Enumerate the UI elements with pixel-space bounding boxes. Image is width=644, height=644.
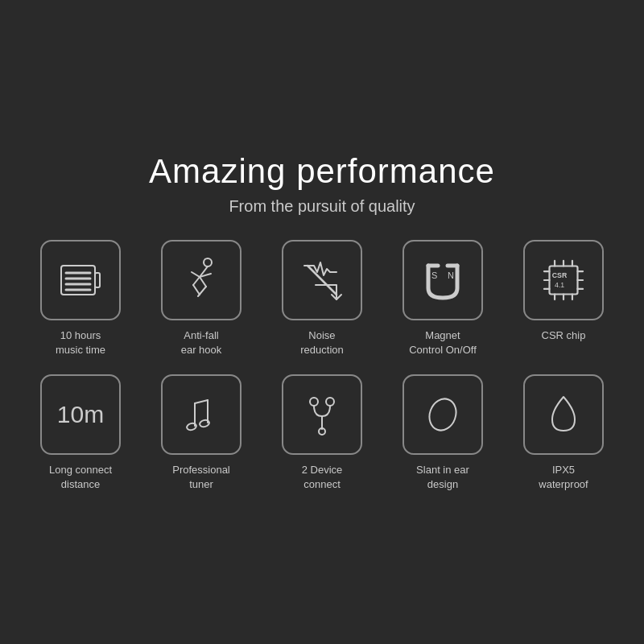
feature-2device: 2 Deviceconnect bbox=[270, 374, 374, 492]
svg-line-8 bbox=[192, 272, 200, 277]
waterproof-label: IPX5waterproof bbox=[539, 463, 588, 492]
csr-label: CSR chip bbox=[542, 328, 586, 343]
distance-icon-box: 10m bbox=[40, 374, 121, 455]
svg-point-43 bbox=[425, 394, 460, 434]
svg-text:4.1: 4.1 bbox=[555, 281, 564, 289]
csr-chip-icon: CSR 4.1 bbox=[535, 252, 592, 308]
main-title: Amazing performance bbox=[149, 152, 495, 191]
feature-battery: 10 hoursmusic time bbox=[28, 240, 133, 357]
battery-icon bbox=[55, 254, 106, 306]
svg-line-36 bbox=[195, 400, 208, 403]
feature-csr: CSR 4.1 CSR chip bbox=[511, 240, 616, 357]
anti-fall-icon-box bbox=[161, 240, 242, 320]
svg-rect-1 bbox=[95, 273, 100, 287]
noise-label: Noisereduction bbox=[300, 328, 343, 357]
magnet-label: MagnetControl On/Off bbox=[409, 328, 477, 357]
battery-label: 10 hoursmusic time bbox=[56, 328, 105, 357]
tuner-icon-box bbox=[161, 374, 242, 455]
feature-tuner: Professionaltuner bbox=[149, 374, 254, 492]
battery-icon-box bbox=[40, 240, 121, 320]
2device-icon-box bbox=[282, 374, 362, 455]
feature-anti-fall: Anti-fallear hook bbox=[149, 240, 254, 357]
svg-text:CSR: CSR bbox=[552, 271, 568, 279]
svg-line-13 bbox=[193, 285, 200, 295]
magnet-icon-box: S N bbox=[402, 240, 483, 320]
slant-icon-box bbox=[402, 374, 483, 455]
feature-magnet: S N MagnetControl On/Off bbox=[390, 240, 495, 357]
feature-waterproof: IPX5waterproof bbox=[511, 374, 616, 492]
10m-text: 10m bbox=[57, 401, 104, 428]
svg-text:N: N bbox=[448, 270, 454, 280]
runner-icon bbox=[175, 254, 227, 306]
water-drop-icon bbox=[538, 389, 589, 440]
csr-icon-box: CSR 4.1 bbox=[523, 240, 604, 320]
features-grid: 10 hoursmusic time Anti-fallear hook bbox=[28, 240, 616, 492]
sub-title: From the pursuit of quality bbox=[149, 197, 495, 216]
svg-point-40 bbox=[326, 398, 334, 406]
feature-distance: 10m Long connectdistance bbox=[28, 374, 133, 492]
anti-fall-label: Anti-fallear hook bbox=[181, 328, 222, 357]
svg-point-37 bbox=[186, 422, 197, 431]
distance-label: Long connectdistance bbox=[49, 463, 112, 492]
header-section: Amazing performance From the pursuit of … bbox=[149, 152, 495, 216]
slant-label: Slant in eardesign bbox=[416, 463, 469, 492]
noise-icon-box bbox=[282, 240, 362, 320]
music-note-icon bbox=[175, 389, 227, 440]
svg-text:S: S bbox=[431, 270, 437, 280]
svg-line-10 bbox=[200, 277, 206, 287]
magnet-icon: S N bbox=[417, 254, 469, 306]
stethoscope-icon bbox=[296, 389, 348, 440]
waterproof-icon-box bbox=[523, 374, 604, 455]
feature-noise: Noisereduction bbox=[270, 240, 374, 357]
noise-icon bbox=[296, 254, 348, 306]
svg-point-39 bbox=[310, 398, 318, 406]
2device-label: 2 Deviceconnect bbox=[302, 463, 343, 492]
feature-slant: Slant in eardesign bbox=[390, 374, 495, 492]
earbud-icon bbox=[417, 389, 469, 440]
svg-point-6 bbox=[204, 258, 212, 266]
svg-point-38 bbox=[199, 419, 210, 427]
tuner-label: Professionaltuner bbox=[172, 463, 230, 492]
svg-line-12 bbox=[193, 277, 200, 285]
